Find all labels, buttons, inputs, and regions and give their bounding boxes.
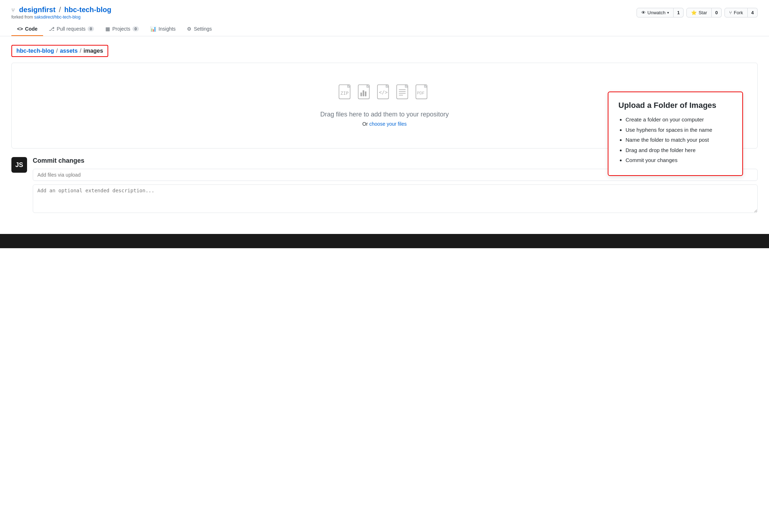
unwatch-group: 👁 Unwatch ▾ 1 xyxy=(637,8,684,17)
insights-icon: 📊 xyxy=(150,26,156,32)
forked-from-link[interactable]: saksdirect/hbc-tech-blog xyxy=(34,15,80,20)
eye-icon: 👁 xyxy=(641,10,646,15)
settings-icon: ⚙ xyxy=(187,26,192,32)
repo-title-row: ⑂ designfirst / hbc-tech-blog forked fro… xyxy=(11,6,758,20)
action-buttons: 👁 Unwatch ▾ 1 ⭐ Star 0 ⑂ Fork xyxy=(634,8,758,17)
upload-area[interactable]: Upload a Folder of Images Create a folde… xyxy=(11,63,758,148)
choose-files-link[interactable]: choose your files xyxy=(369,121,407,127)
breadcrumb-repo-link[interactable]: hbc-tech-blog xyxy=(16,48,54,54)
fork-icon: ⑂ xyxy=(11,7,15,13)
svg-text:PDF: PDF xyxy=(417,91,424,95)
fork-group: ⑂ Fork 4 xyxy=(724,8,758,17)
repo-title: ⑂ designfirst / hbc-tech-blog xyxy=(11,6,111,14)
forked-from: forked from saksdirect/hbc-tech-blog xyxy=(11,15,111,20)
svg-text:ZIP: ZIP xyxy=(340,90,349,96)
dropdown-icon: ▾ xyxy=(667,11,669,15)
commit-description-textarea[interactable] xyxy=(33,184,758,213)
fork-button[interactable]: ⑂ Fork xyxy=(724,8,748,17)
title-separator: / xyxy=(59,6,61,14)
tab-code[interactable]: <> Code xyxy=(11,22,43,36)
star-icon: ⭐ xyxy=(691,10,697,15)
chart-file-icon xyxy=(358,84,373,102)
tab-settings-label: Settings xyxy=(194,26,212,32)
tooltip-item-5: Commit your changes xyxy=(626,156,732,165)
repo-name-link[interactable]: hbc-tech-blog xyxy=(64,6,111,14)
tooltip-popup: Upload a Folder of Images Create a folde… xyxy=(608,92,743,176)
code-file-icon: </> xyxy=(377,84,392,102)
tab-insights-label: Insights xyxy=(158,26,176,32)
breadcrumb: hbc-tech-blog / assets / images xyxy=(11,45,108,57)
zip-file-icon: ZIP xyxy=(339,84,354,102)
repo-tabs: <> Code ⎇ Pull requests 0 ▦ Projects 0 📊… xyxy=(11,22,758,36)
code-icon: <> xyxy=(17,26,23,32)
svg-rect-3 xyxy=(360,93,362,96)
tab-projects[interactable]: ▦ Projects 0 xyxy=(100,22,145,36)
breadcrumb-current: images xyxy=(84,48,103,54)
svg-text:</>: </> xyxy=(379,89,387,95)
tab-pull-requests[interactable]: ⎇ Pull requests 0 xyxy=(43,22,100,36)
main-content: hbc-tech-blog / assets / images Upload a… xyxy=(0,36,769,223)
fork-count[interactable]: 4 xyxy=(748,8,758,17)
unwatch-count[interactable]: 1 xyxy=(674,8,684,17)
pdf-file-icon: PDF xyxy=(415,84,430,102)
fork-label: Fork xyxy=(734,10,743,15)
tab-projects-label: Projects xyxy=(112,26,130,32)
text-file-icon xyxy=(396,84,411,102)
tab-pr-label: Pull requests xyxy=(57,26,85,32)
pr-icon: ⎇ xyxy=(49,26,54,32)
owner-link[interactable]: designfirst xyxy=(19,6,56,14)
avatar: JS xyxy=(11,157,27,173)
tab-settings[interactable]: ⚙ Settings xyxy=(181,22,218,36)
repo-title-section: ⑂ designfirst / hbc-tech-blog forked fro… xyxy=(11,6,111,20)
breadcrumb-sep2: / xyxy=(80,48,81,54)
tooltip-title: Upload a Folder of Images xyxy=(618,101,732,110)
bottom-bar xyxy=(0,234,769,248)
svg-rect-5 xyxy=(365,92,366,97)
projects-badge: 0 xyxy=(132,26,139,31)
unwatch-button[interactable]: 👁 Unwatch ▾ xyxy=(637,8,674,17)
tooltip-list: Create a folder on your computer Use hyp… xyxy=(618,116,732,165)
pr-badge: 0 xyxy=(88,26,94,31)
tooltip-item-2: Use hyphens for spaces in the name xyxy=(626,126,732,134)
star-group: ⭐ Star 0 xyxy=(686,8,722,17)
tab-insights[interactable]: 📊 Insights xyxy=(145,22,181,36)
tooltip-item-3: Name the folder to match your post xyxy=(626,136,732,144)
breadcrumb-sep1: / xyxy=(56,48,58,54)
breadcrumb-folder-link[interactable]: assets xyxy=(60,48,78,54)
star-button[interactable]: ⭐ Star xyxy=(686,8,712,17)
star-label: Star xyxy=(699,10,707,15)
fork-btn-icon: ⑂ xyxy=(729,10,732,15)
tooltip-item-1: Create a folder on your computer xyxy=(626,116,732,124)
projects-icon: ▦ xyxy=(105,26,110,32)
star-count[interactable]: 0 xyxy=(712,8,722,17)
or-text: Or xyxy=(362,121,368,127)
repo-header: ⑂ designfirst / hbc-tech-blog forked fro… xyxy=(0,0,769,36)
tab-code-label: Code xyxy=(25,26,37,32)
tooltip-item-4: Drag and drop the folder here xyxy=(626,146,732,155)
unwatch-label: Unwatch xyxy=(648,10,666,15)
svg-rect-4 xyxy=(363,90,364,97)
